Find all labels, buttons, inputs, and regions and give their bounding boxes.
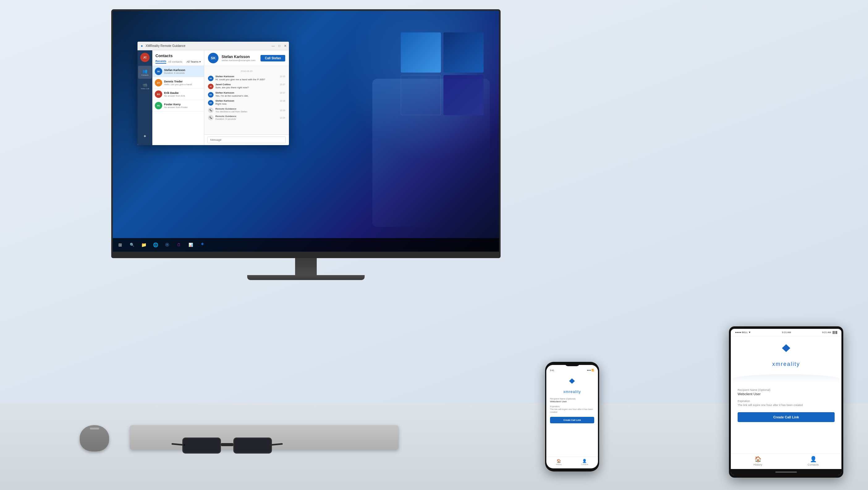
- message-input[interactable]: [207, 136, 286, 143]
- contact-avatar-erik: EO: [155, 91, 162, 98]
- system-icon-2: 📞: [208, 115, 214, 121]
- contact-name-erik: Erik Daube: [164, 91, 202, 95]
- msg-content-1: Stefan Karlsson 13:15 Hi, could you give…: [215, 75, 285, 81]
- taskbar-search[interactable]: 🔍: [126, 239, 137, 251]
- smart-speaker: [80, 425, 109, 451]
- call-stefan-button[interactable]: Call Stefan: [260, 55, 285, 61]
- phone-form-value-1: Webclient User: [550, 400, 594, 403]
- taskbar-start[interactable]: ⊞: [115, 239, 126, 251]
- win-tile-3: [401, 75, 441, 115]
- msg-time-1: 13:15: [280, 75, 285, 77]
- msg-time-4: 13:18: [280, 100, 285, 102]
- taskbar-explorer[interactable]: 📁: [138, 239, 149, 251]
- tablet-content: xmreality Recipient Name (Optional) Webc…: [731, 336, 841, 454]
- tablet-history-label: History: [754, 463, 762, 466]
- taskbar-excel[interactable]: 📊: [185, 239, 196, 251]
- contact-item-dennis[interactable]: DT Dennis Treder Hello, can you give a h…: [152, 77, 204, 89]
- tablet-wrapper: ●●●● BELL ▼ 9:21 AM 9:21 AM ▐▐▐ xmrealit…: [729, 326, 843, 478]
- monitor-stand-neck: [295, 258, 317, 275]
- phone-screen: 9:41 ●●● 📶 xmreality Recipient Name (Opt…: [546, 365, 598, 468]
- phone-xm-logo: [566, 378, 578, 389]
- tablet-statusbar: ●●●● BELL ▼ 9:21 AM 9:21 AM ▐▐▐: [731, 329, 841, 336]
- tablet-time: 9:21 AM: [782, 331, 791, 334]
- tablet-nav-contacts[interactable]: 👤 Contacts: [808, 456, 819, 466]
- taskbar-ie[interactable]: ⓔ: [162, 239, 173, 251]
- phone-logo-area: xmreality: [563, 378, 581, 394]
- tablet-logo-area: xmreality: [772, 344, 800, 367]
- tablet-navbar: 🏠 History 👤 Contacts: [731, 454, 841, 469]
- message-row-2: JC Janet Collins 13:17 Sure, are you the…: [208, 83, 285, 89]
- phone-create-call-link-button[interactable]: Create Call Link: [550, 417, 594, 423]
- svg-marker-0: [569, 378, 575, 386]
- message-row-3: SK Stefan Karlsson 13:17 Yes, I'm at the…: [208, 91, 285, 98]
- phone-notch: [564, 362, 580, 366]
- window-body: JC 👥 Contacts 📹 Video Call ✦: [137, 50, 289, 145]
- window-favicon: [140, 44, 144, 48]
- contact-name-stefan: Stefan Karlsson: [164, 69, 202, 72]
- sidebar-item-contacts[interactable]: 👥 Contacts: [138, 66, 152, 79]
- msg-header-3: Stefan Karlsson 13:17: [215, 91, 285, 94]
- monitor-frame-bottom: [111, 253, 501, 258]
- system-content-1: Remote Guidance You declined a call from…: [215, 107, 278, 113]
- contact-avatar-dennis: DT: [155, 79, 162, 87]
- chat-panel: SK Stefan Karlsson stefan.karlsson@examp…: [204, 50, 289, 145]
- phone-contacts-icon: 👤: [582, 459, 587, 463]
- taskbar-xmreality[interactable]: [197, 239, 208, 251]
- phone-form: Recipient Name (Optional) Webclient User…: [550, 398, 594, 423]
- system-msg-1: 📞 Remote Guidance You declined a call fr…: [208, 107, 285, 113]
- contact-item-erik[interactable]: EO Erik Daube No answer from Erik: [152, 89, 204, 100]
- maximize-button[interactable]: □: [278, 44, 280, 47]
- taskbar-onenote[interactable]: 🗒: [173, 239, 184, 251]
- msg-name-3: Stefan Karlsson: [215, 91, 234, 94]
- contact-item-stefan[interactable]: SK Stefan Karlsson Duration: 8 seconds: [152, 66, 204, 77]
- tab-all-contacts[interactable]: All contacts: [168, 60, 182, 63]
- tablet-signal: ●●●● BELL ▼: [735, 331, 751, 334]
- window-title-text: XMReality Remote Guidance: [146, 44, 272, 47]
- chat-contact-name: Stefan Karlsson: [222, 55, 257, 59]
- chat-messages: 2016-06-20 SK Stefan Karlsson 13:15 Hi, …: [204, 66, 289, 134]
- taskbar-edge[interactable]: 🌐: [150, 239, 161, 251]
- msg-header-1: Stefan Karlsson 13:15: [215, 75, 285, 78]
- msg-content-2: Janet Collins 13:17 Sure, are you there …: [215, 83, 285, 89]
- phone-nav-contacts[interactable]: 👤 Contacts: [581, 459, 588, 465]
- msg-avatar-sk3: SK: [208, 100, 214, 106]
- monitor-stand-base: [247, 275, 365, 280]
- tablet-create-call-link-button[interactable]: Create Call Link: [738, 412, 835, 422]
- phone-nav-history[interactable]: 🏠 History: [556, 459, 562, 465]
- system-sub-2: Duration: 8 seconds: [215, 118, 278, 121]
- app-window: XMReality Remote Guidance — □ ✕ JC 👥 Con…: [137, 42, 289, 145]
- taskbar: ⊞ 🔍 📁 🌐 ⓔ 🗒 📊: [113, 238, 499, 252]
- sidebar-item-video[interactable]: 📹 Video Call: [138, 79, 152, 92]
- glasses-bridge: [221, 443, 233, 446]
- msg-content-3: Stefan Karlsson 13:17 Yes, I'm at the cu…: [215, 91, 285, 98]
- phone-navbar: 🏠 History 👤 Contacts: [546, 457, 598, 468]
- minimize-button[interactable]: —: [272, 44, 275, 47]
- tablet-nav-history[interactable]: 🏠 History: [754, 456, 762, 466]
- win-tiles: [401, 32, 484, 115]
- sidebar-bottom-icon[interactable]: ✦: [138, 130, 152, 143]
- tablet-contacts-icon: 👤: [810, 456, 817, 462]
- tab-recents[interactable]: Recents: [155, 60, 166, 64]
- apps-icon: ✦: [143, 134, 147, 139]
- contact-item-foster[interactable]: FK Foster Kerry No answer from Foster: [152, 100, 204, 111]
- close-button[interactable]: ✕: [284, 44, 286, 47]
- tablet-home-bar: [775, 471, 797, 473]
- message-row-4: SK Stefan Karlsson 13:18 Right now.: [208, 99, 285, 106]
- tablet-xm-logo: [777, 344, 795, 360]
- phone-contacts-label: Contacts: [581, 463, 588, 465]
- msg-name-1: Stefan Karlsson: [215, 75, 234, 78]
- contact-info-dennis: Dennis Treder Hello, can you give a hand…: [164, 80, 202, 86]
- contact-info-stefan: Stefan Karlsson Duration: 8 seconds: [164, 69, 202, 74]
- contact-name-dennis: Dennis Treder: [164, 80, 202, 83]
- contact-sub-erik: No answer from Erik: [164, 95, 202, 97]
- phone-history-icon: 🏠: [557, 459, 561, 463]
- teams-dropdown[interactable]: All Teams ▾: [187, 60, 201, 63]
- contacts-tabs: Recents All contacts All Teams ▾: [155, 60, 201, 64]
- message-row-1: SK Stefan Karlsson 13:15 Hi, could you g…: [208, 75, 285, 81]
- contacts-icon: 👥: [143, 69, 147, 73]
- system-content-2: Remote Guidance Duration: 8 seconds: [215, 115, 278, 121]
- phone-body: 9:41 ●●● 📶 xmreality Recipient Name (Opt…: [545, 362, 599, 471]
- contacts-panel: Contacts Recents All contacts All Teams …: [152, 50, 204, 145]
- win-tile-2: [443, 32, 484, 72]
- tablet-form-label-1: Recipient Name (Optional): [738, 388, 835, 392]
